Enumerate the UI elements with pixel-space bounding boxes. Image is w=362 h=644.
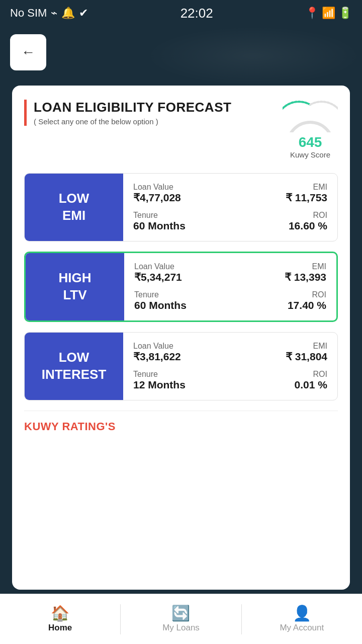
wifi-icon: 📶: [322, 7, 335, 20]
emi-group-low-interest: EMI ₹ 31,804: [286, 342, 327, 363]
tenure-group-low-interest: Tenure 12 Months: [133, 370, 186, 391]
tenure-group-high-ltv: Tenure 60 Months: [134, 290, 187, 311]
tenure-value-high-ltv: 60 Months: [134, 299, 187, 311]
loan-details-high-ltv: Loan Value ₹5,34,271 EMI ₹ 13,393 Tenure…: [124, 253, 336, 320]
roi-label-high-ltv: ROI: [288, 290, 326, 299]
loan-card-low-interest[interactable]: LOWINTEREST Loan Value ₹3,81,622 EMI ₹ 3…: [24, 332, 338, 400]
loan-value-high-ltv: ₹5,34,271: [134, 271, 182, 283]
status-time: 22:02: [180, 6, 213, 21]
loan-row-tenure-roi-high-ltv: Tenure 60 Months ROI 17.40 %: [134, 290, 326, 311]
roi-value-low-interest: 0.01 %: [295, 379, 327, 391]
nav-my-account-label: My Account: [280, 623, 324, 633]
notification-icon: 🔔: [61, 7, 75, 20]
loan-row-value-emi-low-interest: Loan Value ₹3,81,622 EMI ₹ 31,804: [133, 342, 327, 363]
emi-group-low-emi: EMI ₹ 11,753: [286, 183, 327, 204]
loan-value-group-high-ltv: Loan Value ₹5,34,271: [134, 262, 182, 283]
account-icon: 👤: [293, 606, 311, 621]
back-button[interactable]: ←: [10, 34, 46, 70]
loan-value-low-interest: ₹3,81,622: [133, 351, 181, 363]
nav-my-loans-label: My Loans: [162, 623, 200, 633]
ratings-section: KUWY RATING'S: [24, 411, 338, 433]
page-title: LOAN ELIGIBILITY FORECAST: [34, 100, 231, 115]
roi-group-low-interest: ROI 0.01 %: [295, 370, 327, 391]
battery-icon: 🔋: [338, 7, 352, 20]
emi-value-high-ltv: ₹ 13,393: [285, 271, 326, 283]
loan-row-tenure-roi-low-emi: Tenure 60 Months ROI 16.60 %: [133, 211, 327, 232]
status-right: 📍 📶 🔋: [305, 7, 352, 20]
emi-label-low-interest: EMI: [286, 342, 327, 351]
loan-label-high-ltv: HIGHLTV: [26, 253, 124, 320]
tenure-label-low-interest: Tenure: [133, 370, 186, 379]
usb-icon: ⌁: [51, 7, 57, 20]
loan-card-high-ltv[interactable]: HIGHLTV Loan Value ₹5,34,271 EMI ₹ 13,39…: [24, 252, 338, 322]
loan-row-value-emi-high-ltv: Loan Value ₹5,34,271 EMI ₹ 13,393: [134, 262, 326, 283]
emi-group-high-ltv: EMI ₹ 13,393: [285, 262, 326, 283]
gauge-svg: [283, 100, 338, 132]
tenure-label-high-ltv: Tenure: [134, 290, 187, 299]
loan-details-low-interest: Loan Value ₹3,81,622 EMI ₹ 31,804 Tenure…: [123, 333, 337, 400]
roi-value-low-emi: 16.60 %: [289, 220, 327, 232]
tenure-label-low-emi: Tenure: [133, 211, 186, 220]
main-card: LOAN ELIGIBILITY FORECAST ( Select any o…: [12, 86, 350, 590]
loan-row-tenure-roi-low-interest: Tenure 12 Months ROI 0.01 %: [133, 370, 327, 391]
kuwy-score-label: Kuwy Score: [290, 150, 330, 159]
bottom-nav: 🏠 Home 🔄 My Loans 👤 My Account: [0, 594, 362, 644]
gauge-container: [283, 100, 338, 132]
loan-value-low-emi: ₹4,77,028: [133, 192, 181, 204]
loan-card-low-emi[interactable]: LOWEMI Loan Value ₹4,77,028 EMI ₹ 11,753…: [24, 173, 338, 242]
emi-label-high-ltv: EMI: [285, 262, 326, 271]
loan-row-value-emi-low-emi: Loan Value ₹4,77,028 EMI ₹ 11,753: [133, 183, 327, 204]
loan-details-low-emi: Loan Value ₹4,77,028 EMI ₹ 11,753 Tenure…: [123, 174, 337, 241]
loan-label-low-interest: LOWINTEREST: [25, 333, 123, 400]
roi-label-low-emi: ROI: [289, 211, 327, 220]
carrier-text: No SIM: [10, 7, 47, 20]
title-left: LOAN ELIGIBILITY FORECAST ( Select any o…: [24, 100, 231, 126]
roi-label-low-interest: ROI: [295, 370, 327, 379]
roi-group-high-ltv: ROI 17.40 %: [288, 290, 326, 311]
nav-my-account[interactable]: 👤 My Account: [242, 601, 362, 638]
loan-value-label-high-ltv: Loan Value: [134, 262, 182, 271]
score-gauge: 645 Kuwy Score: [283, 100, 338, 159]
loan-value-label-low-emi: Loan Value: [133, 183, 181, 192]
tenure-value-low-emi: 60 Months: [133, 220, 186, 232]
page-subtitle: ( Select any one of the below option ): [34, 117, 231, 126]
kuwy-score-value: 645: [299, 134, 322, 150]
status-bar: No SIM ⌁ 🔔 ✔ 22:02 📍 📶 🔋: [0, 0, 362, 26]
emi-value-low-interest: ₹ 31,804: [286, 351, 327, 363]
emi-value-low-emi: ₹ 11,753: [286, 192, 327, 204]
roi-group-low-emi: ROI 16.60 %: [289, 211, 327, 232]
nav-my-loans[interactable]: 🔄 My Loans: [121, 601, 241, 638]
loan-value-group-low-interest: Loan Value ₹3,81,622: [133, 342, 181, 363]
location-icon: 📍: [305, 7, 319, 20]
loans-icon: 🔄: [171, 606, 190, 621]
title-section: LOAN ELIGIBILITY FORECAST ( Select any o…: [24, 100, 338, 159]
loan-cards-container: LOWEMI Loan Value ₹4,77,028 EMI ₹ 11,753…: [24, 173, 338, 400]
nav-home[interactable]: 🏠 Home: [0, 601, 120, 638]
emi-label-low-emi: EMI: [286, 183, 327, 192]
tenure-value-low-interest: 12 Months: [133, 379, 186, 391]
status-left: No SIM ⌁ 🔔 ✔: [10, 7, 88, 20]
ratings-title: KUWY RATING'S: [24, 420, 338, 433]
loan-label-low-emi: LOWEMI: [25, 174, 123, 241]
loan-value-label-low-interest: Loan Value: [133, 342, 181, 351]
home-icon: 🏠: [51, 606, 69, 621]
check-icon: ✔: [79, 7, 88, 20]
roi-value-high-ltv: 17.40 %: [288, 299, 326, 311]
loan-value-group-low-emi: Loan Value ₹4,77,028: [133, 183, 181, 204]
header: ←: [0, 26, 362, 86]
tenure-group-low-emi: Tenure 60 Months: [133, 211, 186, 232]
nav-home-label: Home: [48, 623, 72, 633]
